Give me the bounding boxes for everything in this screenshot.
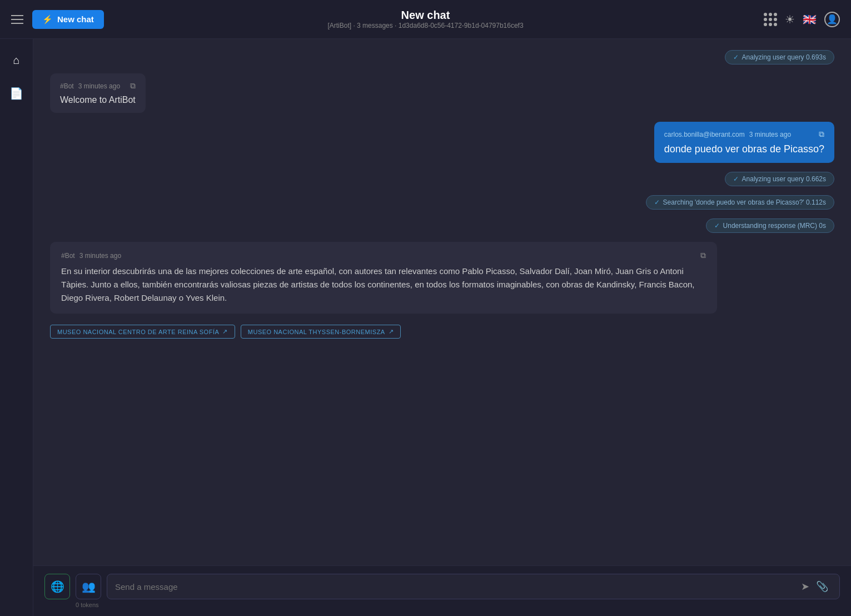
header-center: New chat [ArtiBot] · 3 messages · 1d3da6… — [327, 9, 523, 29]
external-link-icon-1: ↗ — [222, 328, 228, 335]
status-pill-2: ✓ Analyzing user query 0.662s — [725, 172, 834, 186]
header-left: ⚡ New chat — [11, 10, 104, 29]
input-row: 🌐 👥 ➤ 📎 — [44, 574, 840, 599]
page-subtitle: [ArtiBot] · 3 messages · 1d3da6d8-0c56-4… — [327, 22, 523, 29]
bot-message-1: #Bot 3 minutes ago ⧉ Welcome to ArtiBot — [50, 73, 146, 113]
grid-icon[interactable] — [764, 13, 777, 26]
send-icon: ➤ — [801, 581, 809, 592]
bot-bubble-1: #Bot 3 minutes ago ⧉ Welcome to ArtiBot — [50, 73, 146, 113]
hamburger-menu-icon[interactable] — [11, 15, 23, 24]
check-icon-2: ✓ — [733, 175, 739, 183]
check-icon-3: ✓ — [654, 198, 660, 206]
copy-icon-2[interactable]: ⧉ — [700, 251, 706, 260]
status-text-1: Analyzing user query 0.693s — [742, 53, 826, 61]
globe-button[interactable]: 🌐 — [44, 574, 70, 599]
sidebar-item-docs[interactable]: 📄 — [7, 83, 27, 103]
people-icon: 👥 — [82, 580, 96, 593]
external-link-icon-2: ↗ — [389, 328, 394, 335]
status-text-2: Analyzing user query 0.662s — [742, 175, 826, 183]
copy-icon-user-1[interactable]: ⧉ — [819, 130, 824, 139]
page-title: New chat — [327, 9, 523, 22]
ref-link-label-2: MUSEO NACIONAL THYSSEN-BORNEMISZA — [248, 329, 385, 335]
main-layout: ⌂ 📄 ✓ Analyzing user query 0.693s #Bot 3… — [0, 39, 851, 616]
sidebar-item-home[interactable]: ⌂ — [7, 50, 27, 70]
status-text-3: Searching 'donde puedo ver obras de Pica… — [663, 198, 826, 206]
bot-time-2: 3 minutes ago — [79, 252, 121, 260]
globe-icon: 🌐 — [51, 580, 64, 593]
sidebar: ⌂ 📄 — [0, 39, 33, 616]
status-pill-1: ✓ Analyzing user query 0.693s — [725, 50, 834, 64]
bot-message-2: #Bot 3 minutes ago ⧉ En su interior desc… — [50, 242, 717, 314]
home-icon: ⌂ — [13, 54, 19, 67]
send-button[interactable]: ➤ — [798, 580, 813, 593]
bolt-icon: ⚡ — [42, 14, 53, 24]
user-avatar-icon[interactable]: 👤 — [824, 12, 840, 27]
user-sender-1: carlos.bonilla@iberant.com — [664, 131, 745, 138]
check-icon-4: ✓ — [714, 222, 720, 230]
user-bubble-1: carlos.bonilla@iberant.com 3 minutes ago… — [654, 122, 834, 163]
check-icon-1: ✓ — [733, 53, 739, 61]
new-chat-button[interactable]: ⚡ New chat — [32, 10, 104, 29]
bot-time-1: 3 minutes ago — [78, 82, 120, 90]
header-right: ☀ 🇬🇧 👤 — [764, 12, 840, 27]
people-button[interactable]: 👥 — [76, 574, 101, 599]
new-chat-label: New chat — [57, 14, 94, 24]
attach-icon: 📎 — [816, 581, 828, 592]
status-pill-4: ✓ Understanding response (MRC) 0s — [706, 218, 834, 233]
user-text-1: donde puedo ver obras de Picasso? — [664, 143, 824, 155]
language-flag-icon[interactable]: 🇬🇧 — [803, 13, 817, 26]
ref-link-label-1: MUSEO NACIONAL CENTRO DE ARTE REINA SOFÍ… — [57, 329, 219, 335]
top-header: ⚡ New chat New chat [ArtiBot] · 3 messag… — [0, 0, 851, 39]
bot-tag-2: #Bot — [61, 252, 75, 260]
copy-icon-1[interactable]: ⧉ — [130, 81, 136, 91]
status-text-4: Understanding response (MRC) 0s — [723, 222, 826, 230]
bot-meta-2: #Bot 3 minutes ago ⧉ — [61, 251, 706, 260]
theme-toggle-icon[interactable]: ☀ — [785, 13, 795, 26]
bot-tag-1: #Bot — [60, 82, 74, 90]
user-time-1: 3 minutes ago — [749, 131, 791, 138]
bot-long-text: En su interior descubrirás una de las me… — [61, 265, 706, 305]
user-message-1: carlos.bonilla@iberant.com 3 minutes ago… — [654, 122, 834, 163]
input-field-wrapper: ➤ 📎 — [107, 574, 840, 599]
chat-messages: ✓ Analyzing user query 0.693s #Bot 3 min… — [33, 39, 851, 565]
ref-link-thyssen[interactable]: MUSEO NACIONAL THYSSEN-BORNEMISZA ↗ — [241, 325, 401, 339]
reference-links: MUSEO NACIONAL CENTRO DE ARTE REINA SOFÍ… — [50, 325, 834, 339]
bot-meta-1: #Bot 3 minutes ago ⧉ — [60, 81, 136, 91]
ref-link-reina-sofia[interactable]: MUSEO NACIONAL CENTRO DE ARTE REINA SOFÍ… — [50, 325, 235, 339]
message-input[interactable] — [115, 582, 798, 592]
chat-input-area: 🌐 👥 ➤ 📎 0 tokens — [33, 565, 851, 616]
bot-text-1: Welcome to ArtiBot — [60, 95, 136, 105]
status-pill-3: ✓ Searching 'donde puedo ver obras de Pi… — [646, 195, 834, 210]
chat-container: ✓ Analyzing user query 0.693s #Bot 3 min… — [33, 39, 851, 616]
docs-icon: 📄 — [9, 87, 23, 100]
user-icon-symbol: 👤 — [827, 14, 838, 24]
tokens-label: 0 tokens — [76, 602, 840, 608]
attach-button[interactable]: 📎 — [813, 580, 832, 593]
user-meta-1: carlos.bonilla@iberant.com 3 minutes ago… — [664, 130, 824, 139]
